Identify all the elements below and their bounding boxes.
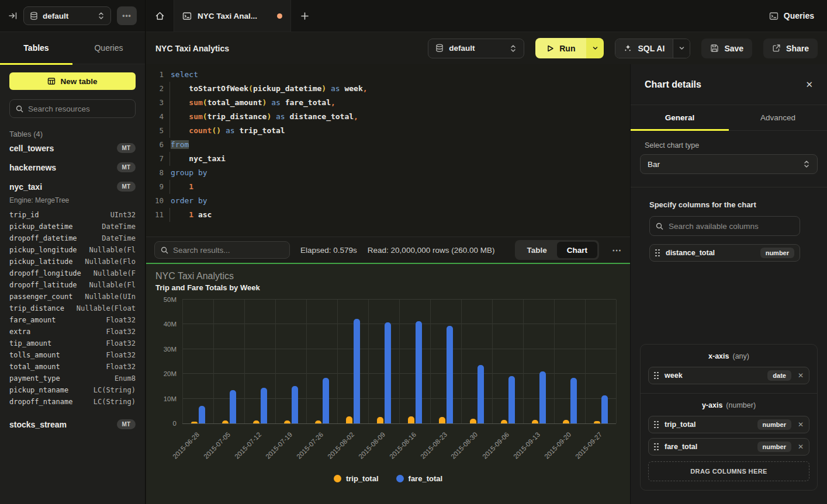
column-row[interactable]: dropoff_ntanameLC(String) — [9, 396, 136, 408]
column-chip-trip_total[interactable]: trip_totalnumber✕ — [648, 416, 809, 433]
column-row[interactable]: pickup_ntanameLC(String) — [9, 384, 136, 396]
chart-type-label: Select chart type — [645, 141, 813, 150]
column-row[interactable]: pickup_latitudeNullable(Flo — [9, 256, 136, 267]
remove-column-icon[interactable]: ✕ — [798, 443, 804, 451]
bar-group — [492, 300, 523, 423]
bar-chart: 010M20M30M40M50M 2015-06-282015-07-05201… — [182, 300, 616, 474]
column-chip-distance_total[interactable]: distance_totalnumber — [649, 244, 800, 262]
chart-x-labels: 2015-06-282015-07-052015-07-122015-07-19… — [182, 424, 616, 474]
sidebar-header: default ••• — [0, 0, 145, 32]
column-row[interactable]: tolls_amountFloat32 — [9, 349, 136, 361]
column-row[interactable]: trip_idUInt32 — [9, 209, 136, 221]
y-axis-tick: 50M — [164, 296, 177, 303]
sidebar-more-button[interactable]: ••• — [117, 6, 137, 25]
column-row[interactable]: dropoff_latitudeNullable(Fl — [9, 279, 136, 291]
sql-editor[interactable]: 1select2 toStartOfWeek(pickup_datetime) … — [146, 64, 630, 237]
save-icon — [710, 44, 719, 53]
toolbar-database-value: default — [449, 44, 475, 53]
sql-ai-options-button[interactable] — [673, 39, 690, 58]
column-row[interactable]: total_amountFloat32 — [9, 361, 136, 373]
column-chip-fare_total[interactable]: fare_totalnumber✕ — [648, 438, 809, 456]
column-row[interactable]: pickup_longitudeNullable(Fl — [9, 244, 136, 256]
table-row-stocks-stream[interactable]: stocks_stream MT — [9, 415, 136, 434]
bar-group — [554, 300, 585, 423]
column-row[interactable]: trip_distanceNullable(Float — [9, 303, 136, 314]
drag-handle-icon[interactable] — [655, 249, 660, 257]
close-icon[interactable]: ✕ — [805, 79, 813, 90]
drag-handle-icon[interactable] — [654, 372, 659, 380]
trip_total-bar — [284, 420, 290, 423]
code-line[interactable]: 7 nyc_taxi — [146, 152, 630, 166]
fare_total-bar — [199, 406, 205, 423]
code-line[interactable]: 9 1 — [146, 180, 630, 194]
column-chip-name: week — [665, 371, 683, 380]
code-line[interactable]: 8group by — [146, 166, 630, 180]
column-row[interactable]: pickup_datetimeDateTime — [9, 221, 136, 232]
code-line[interactable]: 5 count() as trip_total — [146, 124, 630, 138]
column-row[interactable]: fare_amountFloat32 — [9, 314, 136, 326]
save-label: Save — [724, 44, 743, 53]
trip_total-bar — [594, 421, 600, 423]
query-tab[interactable]: NYC Taxi Anal... — [174, 0, 291, 32]
tab-general[interactable]: General — [631, 105, 729, 130]
run-options-button[interactable] — [586, 38, 604, 58]
code-line[interactable]: 1select — [146, 68, 630, 82]
sql-ai-button[interactable]: SQL AI — [615, 39, 673, 58]
toolbar-database-selector[interactable]: default — [428, 39, 524, 58]
drag-columns-dropzone[interactable]: DRAG COLUMNS HERE — [648, 461, 809, 481]
collapse-sidebar-icon[interactable] — [8, 11, 18, 20]
column-row[interactable]: passenger_countNullable(UIn — [9, 291, 136, 303]
columns-search[interactable] — [649, 216, 800, 236]
y-axis-tick: 30M — [164, 346, 177, 353]
chart-type-select[interactable]: Bar — [640, 154, 818, 174]
view-toggle-table[interactable]: Table — [517, 242, 556, 258]
drag-handle-icon[interactable] — [654, 443, 659, 451]
column-row[interactable]: tip_amountFloat32 — [9, 338, 136, 349]
tab-tables[interactable]: Tables — [0, 32, 72, 64]
column-type-badge: number — [757, 442, 791, 452]
queries-label: Queries — [784, 11, 814, 20]
column-row[interactable]: dropoff_longitudeNullable(F — [9, 267, 136, 279]
drag-handle-icon[interactable] — [654, 421, 659, 429]
resource-search[interactable] — [9, 99, 136, 118]
columns-search-input[interactable] — [669, 222, 794, 231]
table-row-cell-towers[interactable]: cell_towers MT — [9, 138, 136, 158]
chart-plot-area: 010M20M30M40M50M — [182, 300, 616, 424]
home-button[interactable] — [146, 0, 174, 32]
results-search[interactable] — [154, 241, 290, 259]
column-chip-name: fare_total — [665, 443, 697, 451]
trip_total-bar — [408, 416, 414, 423]
column-type-badge: number — [760, 248, 794, 258]
search-icon — [16, 105, 23, 113]
share-button[interactable]: Share — [763, 39, 818, 58]
view-toggle-chart[interactable]: Chart — [557, 242, 597, 258]
code-line[interactable]: 11 1 asc — [146, 208, 630, 222]
code-line[interactable]: 3 sum(total_amount) as fare_total, — [146, 96, 630, 110]
resource-search-input[interactable] — [28, 105, 129, 113]
sql-editor-lines: 1select2 toStartOfWeek(pickup_datetime) … — [146, 68, 630, 222]
column-chip-week[interactable]: weekdate✕ — [648, 367, 809, 384]
code-line[interactable]: 4 sum(trip_distance) as distance_total, — [146, 110, 630, 124]
code-line[interactable]: 6from — [146, 138, 630, 152]
remove-column-icon[interactable]: ✕ — [798, 420, 804, 429]
column-row[interactable]: payment_typeEnum8 — [9, 373, 136, 384]
save-button[interactable]: Save — [701, 39, 752, 58]
sidebar-database-selector[interactable]: default — [23, 6, 111, 25]
column-row[interactable]: extraFloat32 — [9, 326, 136, 338]
queries-button[interactable]: Queries — [769, 0, 814, 32]
run-button[interactable]: Run — [535, 38, 586, 58]
results-more-button[interactable]: ⋯ — [612, 245, 622, 256]
results-search-input[interactable] — [173, 246, 283, 255]
code-line[interactable]: 10order by — [146, 194, 630, 208]
run-label: Run — [559, 44, 575, 53]
remove-column-icon[interactable]: ✕ — [798, 371, 804, 380]
code-line[interactable]: 2 toStartOfWeek(pickup_datetime) as week… — [146, 82, 630, 96]
table-row-hackernews[interactable]: hackernews MT — [9, 158, 136, 177]
tab-queries[interactable]: Queries — [72, 32, 145, 64]
new-tab-button[interactable] — [291, 0, 318, 32]
new-table-button[interactable]: New table — [9, 72, 136, 90]
column-row[interactable]: dropoff_datetimeDateTime — [9, 232, 136, 244]
tab-advanced[interactable]: Advanced — [729, 105, 827, 130]
chart-details-title: Chart details — [645, 79, 701, 90]
table-row-nyc-taxi[interactable]: nyc_taxi MT — [9, 177, 136, 196]
